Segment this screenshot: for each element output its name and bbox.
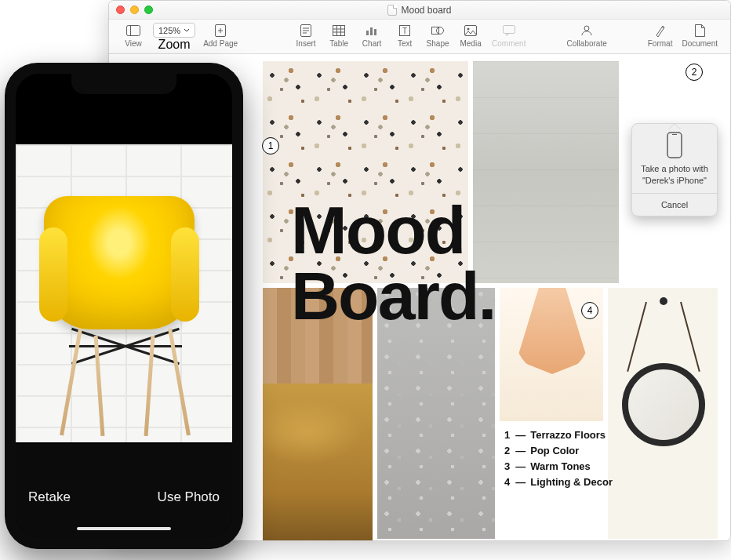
comment-button: Comment xyxy=(487,23,530,48)
collaborate-icon xyxy=(580,23,594,38)
retake-button[interactable]: Retake xyxy=(28,489,71,505)
image-mirror[interactable] xyxy=(608,288,718,539)
document-icon xyxy=(694,23,705,38)
continuity-camera-popover: Take a photo with "Derek's iPhone" Cance… xyxy=(631,123,718,216)
shape-icon xyxy=(431,23,444,38)
chevron-down-icon xyxy=(184,27,190,34)
list-item: 1—Terrazzo Floors xyxy=(504,427,613,443)
add-page-button[interactable]: Add Page xyxy=(198,23,242,48)
svg-rect-4 xyxy=(333,26,345,36)
comment-icon xyxy=(503,23,515,38)
svg-rect-7 xyxy=(374,29,376,35)
zoom-value: 125% xyxy=(158,26,180,35)
view-button[interactable]: View xyxy=(117,23,150,48)
document-icon xyxy=(387,5,397,16)
svg-rect-16 xyxy=(667,133,682,158)
svg-text:T: T xyxy=(402,27,407,35)
view-label: View xyxy=(125,39,142,48)
iphone-screen: Retake Use Photo xyxy=(16,74,232,538)
camera-controls: Retake Use Photo xyxy=(16,444,232,538)
svg-rect-5 xyxy=(366,31,369,35)
view-icon xyxy=(126,23,140,38)
svg-rect-14 xyxy=(503,26,515,34)
materials-list[interactable]: 1—Terrazzo Floors 2—Pop Color 3—Warm Ton… xyxy=(504,427,613,491)
iphone-icon xyxy=(638,132,711,158)
table-button[interactable]: Table xyxy=(322,23,355,48)
add-page-icon xyxy=(215,23,226,38)
titlebar: Mood board xyxy=(109,1,730,20)
iphone-notch xyxy=(71,74,176,94)
window-title-text: Mood board xyxy=(401,5,451,16)
media-button[interactable]: Media xyxy=(454,23,487,48)
list-item: 4—Lighting & Decor xyxy=(504,475,613,490)
format-button[interactable]: Format xyxy=(643,23,678,48)
document-button[interactable]: Document xyxy=(677,23,722,48)
board-title[interactable]: Mood Board. xyxy=(291,197,495,329)
callout-2: 2 xyxy=(686,64,703,81)
shape-button[interactable]: Shape xyxy=(421,23,454,48)
collaborate-button[interactable]: Collaborate xyxy=(562,23,612,48)
format-icon xyxy=(655,23,666,38)
add-page-label: Add Page xyxy=(203,39,238,48)
list-item: 3—Warm Tones xyxy=(504,459,613,475)
use-photo-button[interactable]: Use Photo xyxy=(158,489,220,505)
image-lamp[interactable] xyxy=(500,288,603,421)
chart-icon xyxy=(366,23,378,38)
chart-button[interactable]: Chart xyxy=(355,23,388,48)
text-button[interactable]: T Text xyxy=(388,23,421,48)
popover-cancel-button[interactable]: Cancel xyxy=(632,193,717,216)
window-title: Mood board xyxy=(109,5,730,16)
zoom-control[interactable]: 125% Zoom xyxy=(150,23,198,52)
zoom-label: Zoom xyxy=(158,38,191,52)
svg-point-11 xyxy=(437,27,444,35)
text-icon: T xyxy=(399,23,410,38)
svg-rect-6 xyxy=(370,27,373,35)
media-icon xyxy=(464,23,477,38)
svg-rect-0 xyxy=(127,26,140,36)
svg-point-15 xyxy=(584,26,589,31)
iphone-device: Retake Use Photo xyxy=(5,63,243,549)
home-indicator[interactable] xyxy=(77,527,171,530)
image-sofa[interactable] xyxy=(263,384,373,540)
camera-viewfinder xyxy=(16,144,232,442)
toolbar: View 125% Zoom Add Page xyxy=(109,20,730,54)
list-item: 2—Pop Color xyxy=(504,443,613,459)
table-icon xyxy=(333,23,345,38)
chair-subject xyxy=(36,173,216,431)
insert-button[interactable]: Insert xyxy=(289,23,322,48)
insert-icon xyxy=(300,23,311,38)
svg-point-13 xyxy=(467,28,470,31)
popover-message: Take a photo with "Derek's iPhone" xyxy=(638,163,711,187)
